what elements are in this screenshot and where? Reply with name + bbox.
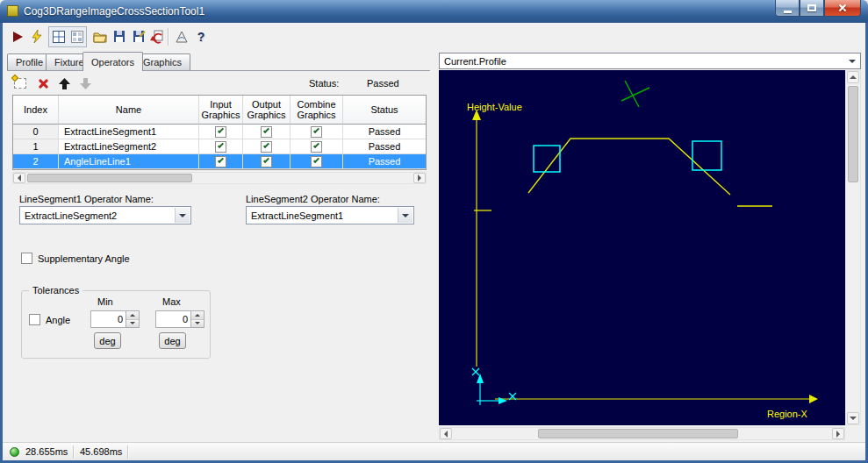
table-hscrollbar[interactable] [12, 172, 427, 184]
tab-strip-border [7, 70, 430, 71]
measure-button[interactable] [172, 27, 191, 46]
cell-name[interactable]: AngleLineLine1 [59, 154, 199, 169]
scroll-down-button[interactable] [847, 412, 859, 424]
combine-graphics-checkbox[interactable] [311, 141, 322, 153]
total-time: 45.698ms [80, 446, 122, 457]
minimize-button[interactable] [775, 0, 800, 17]
profile-plot: Height-Value Region-X [439, 70, 845, 425]
linesegment2-combo[interactable]: ExtractLineSegment1 [246, 206, 414, 224]
cell-index[interactable]: 1 [13, 139, 59, 154]
combine-graphics-checkbox[interactable] [311, 126, 322, 138]
hscroll-thumb[interactable] [538, 429, 738, 438]
reset-button[interactable] [147, 27, 167, 46]
profile-selector-combo[interactable]: Current.Profile [439, 53, 861, 69]
output-graphics-checkbox[interactable] [261, 156, 272, 167]
cell-status[interactable]: Passed [343, 125, 426, 139]
spin-down-button[interactable] [191, 319, 204, 328]
image-display-icon[interactable] [52, 30, 66, 44]
max-unit-button[interactable]: deg [159, 332, 186, 349]
min-spinner[interactable]: 0 [90, 310, 140, 328]
grid-status-value: Passed [367, 78, 399, 89]
max-spinner[interactable]: 0 [155, 310, 204, 328]
supplementary-angle-checkbox[interactable] [21, 253, 32, 264]
cell-status[interactable]: Passed [343, 154, 426, 169]
run-time: 28.655ms [25, 446, 68, 457]
move-down-button[interactable] [77, 75, 93, 91]
check-icon [313, 141, 319, 147]
table-row-selected[interactable]: 2 AngleLineLine1 Passed [13, 154, 426, 169]
scroll-right-button[interactable] [413, 173, 426, 183]
combo-arrow-zone[interactable] [398, 208, 412, 223]
cell-index[interactable]: 0 [13, 125, 59, 139]
column-header-label: Name [116, 104, 141, 115]
cell-input-graphics[interactable] [199, 139, 243, 154]
spin-down-icon [195, 322, 200, 324]
help-icon: ? [197, 30, 205, 44]
cell-combine-graphics[interactable] [291, 125, 343, 139]
min-unit-button[interactable]: deg [94, 332, 121, 349]
min-value[interactable]: 0 [91, 311, 126, 327]
save-button[interactable] [110, 27, 129, 46]
save-as-button[interactable] [129, 27, 148, 46]
hscroll-thumb[interactable] [27, 174, 192, 182]
cell-input-graphics[interactable] [199, 125, 243, 139]
display-toggle-group [48, 26, 87, 47]
window-controls [775, 0, 861, 17]
cell-name[interactable]: ExtractLineSegment2 [59, 139, 199, 154]
max-value[interactable]: 0 [156, 311, 190, 327]
run-button[interactable] [8, 27, 27, 46]
cell-index[interactable]: 2 [13, 154, 59, 169]
delete-operator-button[interactable] [35, 75, 51, 91]
combo-arrow-zone[interactable] [175, 208, 190, 223]
spin-up-button[interactable] [126, 311, 139, 319]
table-row[interactable]: 0 ExtractLineSegment1 Passed [13, 125, 426, 139]
spin-up-button[interactable] [191, 311, 204, 319]
cell-output-graphics[interactable] [243, 139, 291, 154]
column-header-output-graphics[interactable]: Output Graphics [243, 96, 291, 125]
column-header-combine-graphics[interactable]: Combine Graphics [291, 96, 343, 125]
close-button[interactable] [824, 0, 861, 17]
open-button[interactable] [90, 27, 110, 46]
tab-operators[interactable]: Operators [82, 52, 143, 71]
linesegment1-label: LineSegment1 Operator Name: [19, 194, 154, 204]
titlebar[interactable]: Cog3DRangeImageCrossSectionTool1 [0, 0, 868, 23]
column-header-name[interactable]: Name [59, 96, 199, 125]
output-graphics-checkbox[interactable] [261, 141, 272, 153]
profile-graphics-display[interactable]: Height-Value Region-X [439, 70, 845, 425]
cell-status[interactable]: Passed [343, 139, 426, 154]
move-up-button[interactable] [56, 75, 72, 91]
trigger-button[interactable] [27, 27, 47, 46]
cell-output-graphics[interactable] [243, 125, 291, 139]
spin-down-button[interactable] [126, 319, 139, 328]
cell-output-graphics[interactable] [243, 154, 291, 169]
run-icon [10, 29, 25, 45]
linesegment1-combo[interactable]: ExtractLineSegment2 [19, 206, 191, 224]
angle-checkbox[interactable] [29, 314, 40, 325]
thumbnail-display-icon[interactable] [70, 30, 84, 44]
column-header-index[interactable]: Index [13, 96, 59, 125]
input-graphics-checkbox[interactable] [215, 126, 226, 138]
linesegment1-combo-value: ExtractLineSegment2 [25, 210, 117, 221]
scroll-up-button[interactable] [847, 71, 859, 83]
table-row[interactable]: 1 ExtractLineSegment2 Passed [13, 139, 426, 154]
plot-vscrollbar[interactable] [845, 70, 861, 425]
output-graphics-checkbox[interactable] [261, 126, 272, 138]
column-header-status[interactable]: Status [343, 96, 426, 125]
add-operator-button[interactable] [12, 75, 28, 91]
input-graphics-checkbox[interactable] [215, 141, 226, 153]
vscroll-thumb[interactable] [848, 86, 858, 182]
scroll-right-button[interactable] [832, 428, 844, 439]
maximize-button[interactable] [800, 0, 824, 17]
plot-hscrollbar[interactable] [439, 427, 845, 440]
app-icon[interactable] [7, 5, 18, 17]
input-graphics-checkbox[interactable] [215, 156, 226, 167]
cell-combine-graphics[interactable] [291, 139, 343, 154]
cell-combine-graphics[interactable] [291, 154, 343, 169]
cell-input-graphics[interactable] [199, 154, 243, 169]
column-header-input-graphics[interactable]: Input Graphics [199, 96, 243, 125]
scroll-left-button[interactable] [13, 173, 25, 183]
cell-name[interactable]: ExtractLineSegment1 [59, 125, 199, 139]
scroll-left-button[interactable] [440, 428, 452, 439]
combine-graphics-checkbox[interactable] [311, 156, 322, 167]
help-button[interactable]: ? [191, 27, 211, 46]
